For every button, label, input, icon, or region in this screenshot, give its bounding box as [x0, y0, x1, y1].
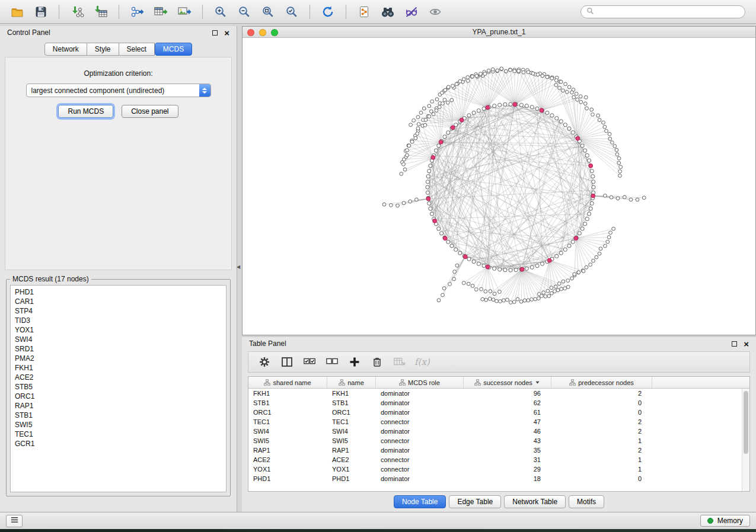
add-column-button[interactable]: [344, 353, 365, 371]
table-row[interactable]: YOX1YOX1connector291: [248, 464, 749, 474]
mcds-result-item[interactable]: TEC1: [11, 430, 226, 439]
table-row[interactable]: SWI4SWI4dominator462: [248, 427, 749, 436]
table-row[interactable]: PHD1PHD1dominator180: [248, 474, 749, 483]
select-all-button[interactable]: [299, 353, 320, 371]
column-header-successor-nodes[interactable]: successor nodes: [464, 377, 551, 388]
cell-predecessor-nodes: 0: [551, 409, 652, 416]
vertical-splitter[interactable]: ◀: [237, 26, 242, 512]
mcds-result-list[interactable]: PHD1CAR1STP4TID3YOX1SWI4SRD1PMA2FKH1ACE2…: [10, 285, 227, 492]
table-row[interactable]: SWI5SWI5connector431: [248, 436, 749, 446]
import-table-button[interactable]: [90, 2, 112, 21]
cell-successor-nodes: 43: [464, 437, 551, 444]
open-folder-button[interactable]: [6, 2, 28, 21]
mcds-result-item[interactable]: PHD1: [11, 287, 226, 297]
close-panel-button[interactable]: Close panel: [122, 105, 178, 118]
column-header-MCDS-role[interactable]: MCDS role: [376, 377, 464, 388]
export-table-button[interactable]: [149, 2, 172, 21]
column-header-name[interactable]: name: [327, 377, 376, 388]
table-options-button[interactable]: [254, 353, 275, 371]
table-close-icon[interactable]: ×: [744, 339, 749, 348]
mcds-result-item[interactable]: STP4: [11, 306, 226, 316]
tab-mcds[interactable]: MCDS: [155, 43, 192, 56]
import-network-button[interactable]: [66, 2, 88, 21]
mcds-result-item[interactable]: STB1: [11, 411, 226, 420]
table-row[interactable]: RAP1RAP1dominator352: [248, 446, 749, 455]
sort-menu-icon[interactable]: [535, 380, 540, 384]
tab-edge-table[interactable]: Edge Table: [449, 495, 501, 508]
export-network-button[interactable]: [126, 2, 148, 21]
network-canvas[interactable]: [243, 38, 755, 335]
cell-predecessor-nodes: 2: [551, 418, 652, 425]
tab-select[interactable]: Select: [119, 43, 155, 56]
mcds-result-item[interactable]: GCR1: [11, 439, 226, 448]
column-header-predecessor-nodes[interactable]: predecessor nodes: [551, 377, 652, 388]
tab-network[interactable]: Network: [44, 43, 87, 56]
mcds-result-item[interactable]: SWI5: [11, 420, 226, 430]
splitter-collapse-icon[interactable]: ◀: [237, 264, 240, 270]
criterion-select[interactable]: largest connected component (undirected): [26, 84, 211, 97]
main-split: Control Panel × NetworkStyleSelectMCDS O…: [0, 24, 756, 512]
cell-predecessor-nodes: 2: [551, 428, 652, 435]
mcds-result-item[interactable]: PMA2: [11, 354, 226, 363]
cell-predecessor-nodes: 2: [551, 447, 652, 454]
toggle-panel-button[interactable]: [277, 353, 297, 371]
mcds-result-item[interactable]: ORC1: [11, 392, 226, 401]
mcds-result-item[interactable]: STB5: [11, 382, 226, 392]
close-panel-icon[interactable]: ×: [224, 28, 229, 37]
column-header-filler: [652, 377, 749, 388]
mcds-result-item[interactable]: SWI4: [11, 335, 226, 344]
table-scrollbar[interactable]: [742, 389, 749, 491]
search-input[interactable]: [598, 8, 739, 16]
mcds-result-item[interactable]: YOX1: [11, 325, 226, 335]
run-mcds-button[interactable]: Run MCDS: [58, 105, 113, 118]
table-toolbar: f(x): [248, 351, 750, 373]
network-graph[interactable]: [243, 38, 755, 335]
mcds-result-item[interactable]: RAP1: [11, 401, 226, 411]
clone-network-button[interactable]: [353, 2, 375, 21]
toolbar-separator: [59, 5, 59, 19]
window-zoom-button[interactable]: [271, 29, 278, 36]
mcds-result-item[interactable]: TID3: [11, 316, 226, 325]
tab-motifs[interactable]: Motifs: [569, 495, 604, 508]
table-header-row: shared namenameMCDS rolesuccessor nodesp…: [248, 377, 749, 389]
tab-network-table[interactable]: Network Table: [504, 495, 566, 508]
cell-shared-name: RAP1: [248, 447, 327, 454]
float-panel-icon[interactable]: [212, 30, 218, 36]
export-image-button[interactable]: [173, 2, 196, 21]
cell-successor-nodes: 47: [464, 418, 551, 425]
show-all-button[interactable]: [424, 2, 446, 21]
window-minimize-button[interactable]: [259, 29, 266, 36]
cell-predecessor-nodes: 1: [551, 437, 652, 444]
window-close-button[interactable]: [247, 29, 254, 36]
tab-style[interactable]: Style: [87, 43, 119, 56]
global-search[interactable]: [580, 5, 745, 18]
mcds-result-item[interactable]: ACE2: [11, 373, 226, 382]
hide-selected-button[interactable]: [400, 2, 423, 21]
zoom-selected-button[interactable]: [280, 2, 303, 21]
deselect-all-button[interactable]: [322, 353, 342, 371]
table-row[interactable]: ACE2ACE2connector311: [248, 455, 749, 464]
column-header-label: shared name: [273, 379, 311, 386]
cell-name: FKH1: [327, 390, 376, 397]
cell-successor-nodes: 46: [464, 428, 551, 435]
zoom-in-button[interactable]: [209, 2, 232, 21]
table-row[interactable]: STB1STB1dominator620: [248, 398, 749, 408]
find-button[interactable]: [377, 2, 399, 21]
mcds-result-item[interactable]: CAR1: [11, 297, 226, 306]
tab-node-table[interactable]: Node Table: [394, 495, 446, 508]
apply-layout-button[interactable]: [317, 2, 339, 21]
menu-button[interactable]: [6, 515, 23, 527]
save-button[interactable]: [30, 2, 52, 21]
delete-columns-button[interactable]: [367, 353, 387, 371]
zoom-fit-button[interactable]: [257, 2, 279, 21]
memory-button[interactable]: Memory: [700, 515, 750, 527]
table-float-icon[interactable]: [732, 341, 737, 347]
table-row[interactable]: FKH1FKH1dominator962: [248, 389, 749, 398]
table-row[interactable]: ORC1ORC1dominator610: [248, 408, 749, 417]
zoom-out-button[interactable]: [233, 2, 256, 21]
mcds-result-item[interactable]: SRD1: [11, 344, 226, 354]
scrollbar-thumb[interactable]: [744, 391, 748, 454]
column-header-shared-name[interactable]: shared name: [248, 377, 327, 388]
table-row[interactable]: TEC1TEC1connector472: [248, 417, 749, 427]
mcds-result-item[interactable]: FKH1: [11, 363, 226, 373]
